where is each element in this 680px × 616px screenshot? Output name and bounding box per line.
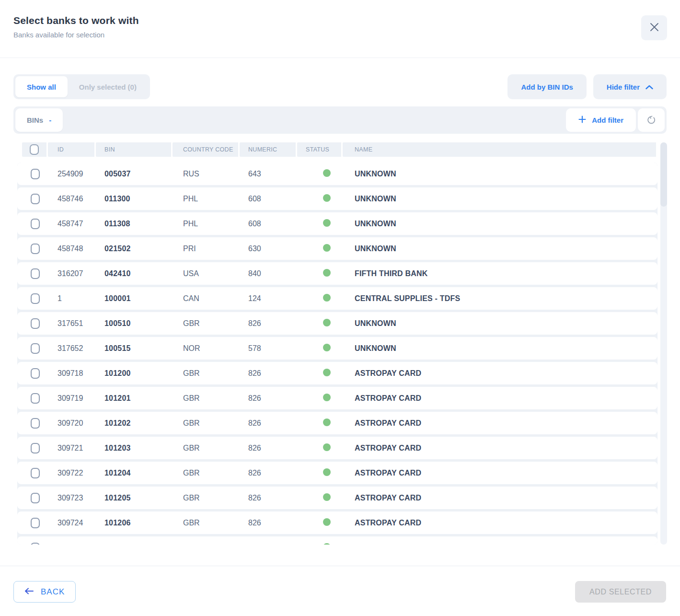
status-active-dot xyxy=(323,294,331,302)
back-label: BACK xyxy=(41,587,65,597)
table-row[interactable]: 1 100001 CAN 124 CENTRAL SUPPLIES - TDFS xyxy=(17,287,657,310)
cell-name: ASTROPAY CARD xyxy=(343,469,657,477)
cell-numeric: 826 xyxy=(240,544,297,545)
table-row[interactable]: 309721 101203 GBR 826 ASTROPAY CARD xyxy=(17,437,657,459)
cell-id: 309720 xyxy=(48,419,96,428)
cell-name: UNKNOWN xyxy=(343,220,657,228)
add-by-bin-ids-button[interactable]: Add by BIN IDs xyxy=(507,74,586,99)
table-body: 254909 005037 RUS 643 UNKNOWN 458746 011… xyxy=(17,163,657,545)
row-checkbox[interactable] xyxy=(31,343,40,354)
cell-id: 309721 xyxy=(48,444,96,453)
bins-filter-value: - xyxy=(49,116,51,124)
table-row[interactable]: 309724 101206 GBR 826 ASTROPAY CARD xyxy=(17,511,657,534)
tab-only-selected[interactable]: Only selected (0) xyxy=(68,76,148,97)
cell-id: 309725 xyxy=(48,544,96,545)
table-row[interactable]: 458748 021502 PRI 630 UNKNOWN xyxy=(17,237,657,260)
status-active-dot xyxy=(323,443,331,451)
table-scrollbar-thumb[interactable] xyxy=(660,142,667,207)
cell-name: UNKNOWN xyxy=(343,195,657,203)
cell-name: UNKNOWN xyxy=(343,170,657,178)
table-row[interactable]: 316207 042410 USA 840 FIFTH THIRD BANK xyxy=(17,262,657,285)
filter-bar: BINs - Add filter xyxy=(13,106,667,134)
cell-country-code: GBR xyxy=(173,394,240,403)
table-row[interactable]: 309722 101204 GBR 826 ASTROPAY CARD xyxy=(17,462,657,484)
back-button[interactable]: BACK xyxy=(13,581,76,603)
cell-name: UNKNOWN xyxy=(343,319,657,328)
cell-bin: 011300 xyxy=(96,195,173,203)
cell-bin: 101201 xyxy=(96,394,173,403)
cell-bin: 101200 xyxy=(96,369,173,378)
bins-filter-chip[interactable]: BINs - xyxy=(15,108,63,132)
table-row[interactable]: 254909 005037 RUS 643 UNKNOWN xyxy=(17,163,657,185)
column-header-numeric: NUMERIC xyxy=(240,142,297,157)
table-row[interactable]: 309720 101202 GBR 826 ASTROPAY CARD xyxy=(17,412,657,434)
cell-country-code: GBR xyxy=(173,419,240,428)
cell-id: 309718 xyxy=(48,369,96,378)
row-checkbox[interactable] xyxy=(31,244,40,254)
row-checkbox[interactable] xyxy=(31,368,40,379)
cell-name: CENTRAL SUPPLIES - TDFS xyxy=(343,294,657,303)
table-row[interactable]: 309718 101200 GBR 826 ASTROPAY CARD xyxy=(17,362,657,384)
cell-id: 317652 xyxy=(48,344,96,353)
cell-name: FIFTH THIRD BANK xyxy=(343,269,657,278)
row-checkbox[interactable] xyxy=(31,418,40,429)
tab-show-all[interactable]: Show all xyxy=(15,76,68,97)
row-checkbox[interactable] xyxy=(31,393,40,404)
table-row[interactable]: 309725 101207 GBR 826 ASTROPAY CARD xyxy=(17,536,657,545)
cell-numeric: 578 xyxy=(240,344,297,353)
cell-bin: 100001 xyxy=(96,294,173,303)
row-checkbox[interactable] xyxy=(31,443,40,453)
cell-numeric: 608 xyxy=(240,195,297,203)
hide-filter-button[interactable]: Hide filter xyxy=(593,74,667,99)
add-filter-label: Add filter xyxy=(592,116,623,124)
close-icon xyxy=(650,23,659,33)
toolbar-right: Add by BIN IDs Hide filter xyxy=(507,74,667,99)
cell-numeric: 826 xyxy=(240,419,297,428)
add-filter-button[interactable]: Add filter xyxy=(566,108,636,132)
cell-name: ASTROPAY CARD xyxy=(343,419,657,428)
row-checkbox[interactable] xyxy=(31,493,40,503)
table-scrollbar-track[interactable] xyxy=(660,142,667,545)
cell-numeric: 826 xyxy=(240,319,297,328)
row-checkbox[interactable] xyxy=(31,194,40,204)
status-active-dot xyxy=(323,244,331,252)
footer: BACK ADD SELECTED xyxy=(0,566,680,603)
table-row[interactable]: 458747 011308 PHL 608 UNKNOWN xyxy=(17,212,657,235)
table-row[interactable]: 458746 011300 PHL 608 UNKNOWN xyxy=(17,187,657,210)
status-active-dot xyxy=(323,543,331,545)
cell-bin: 100510 xyxy=(96,319,173,328)
table-row[interactable]: 317652 100515 NOR 578 UNKNOWN xyxy=(17,337,657,360)
row-checkbox[interactable] xyxy=(31,268,40,279)
row-checkbox[interactable] xyxy=(31,293,40,304)
table-row[interactable]: 317651 100510 GBR 826 UNKNOWN xyxy=(17,312,657,335)
table-header-row: ID BIN COUNTRY CODE NUMERIC STATUS NAME xyxy=(17,142,657,157)
cell-country-code: GBR xyxy=(173,469,240,477)
row-checkbox[interactable] xyxy=(31,543,40,545)
row-checkbox[interactable] xyxy=(31,219,40,229)
row-checkbox[interactable] xyxy=(31,468,40,478)
cell-country-code: USA xyxy=(173,269,240,278)
reset-filters-button[interactable] xyxy=(638,108,665,132)
add-selected-button[interactable]: ADD SELECTED xyxy=(575,581,666,603)
modal-header: Select banks to work with Banks availabl… xyxy=(0,0,680,58)
close-button[interactable] xyxy=(641,15,667,40)
column-header-country-code: COUNTRY CODE xyxy=(173,142,240,157)
cell-name: ASTROPAY CARD xyxy=(343,394,657,403)
cell-numeric: 643 xyxy=(240,170,297,178)
cell-numeric: 826 xyxy=(240,394,297,403)
cell-country-code: GBR xyxy=(173,319,240,328)
column-header-status: STATUS xyxy=(297,142,343,157)
status-active-dot xyxy=(323,468,331,476)
row-checkbox[interactable] xyxy=(31,169,40,179)
cell-country-code: NOR xyxy=(173,344,240,353)
filter-bar-right: Add filter xyxy=(566,108,665,132)
cell-bin: 042410 xyxy=(96,269,173,278)
select-all-checkbox[interactable] xyxy=(30,144,39,155)
table-row[interactable]: 309723 101205 GBR 826 ASTROPAY CARD xyxy=(17,487,657,509)
cell-numeric: 826 xyxy=(240,519,297,527)
row-checkbox[interactable] xyxy=(31,518,40,528)
status-active-dot xyxy=(323,319,331,326)
cell-id: 458748 xyxy=(48,244,96,253)
table-row[interactable]: 309719 101201 GBR 826 ASTROPAY CARD xyxy=(17,387,657,409)
row-checkbox[interactable] xyxy=(31,318,40,329)
